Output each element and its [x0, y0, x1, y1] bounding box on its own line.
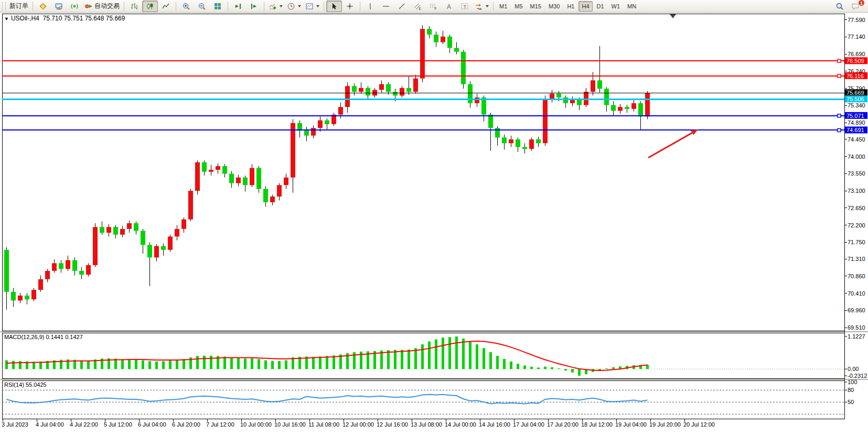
auto-trading-button[interactable]: 自动交易 — [82, 1, 122, 12]
horizontal-line-tool-button[interactable] — [378, 1, 394, 12]
candle-body — [209, 170, 213, 172]
candle-body — [59, 263, 63, 269]
macd-bar — [80, 361, 83, 369]
candle-body — [45, 271, 50, 279]
notifications-button[interactable]: 1 — [848, 1, 863, 12]
macd-splitter[interactable] — [0, 331, 868, 332]
tile-windows-button[interactable] — [210, 1, 226, 12]
chart-canvas[interactable]: 77.59077.14076.69076.24075.79075.34074.8… — [0, 0, 868, 436]
macd-bar — [271, 361, 274, 369]
candle-body — [420, 29, 425, 79]
macd-bar — [414, 348, 417, 369]
candle-body — [597, 80, 602, 89]
macd-bar — [496, 356, 499, 369]
timeframe-d1-button[interactable]: D1 — [594, 1, 607, 12]
rsi-splitter[interactable] — [0, 379, 868, 380]
macd-bar — [237, 358, 240, 369]
equidistant-channel-icon: E — [413, 2, 422, 10]
line-handle[interactable] — [838, 59, 841, 62]
macd-bar — [251, 358, 253, 369]
timeframe-w1-button[interactable]: W1 — [608, 1, 624, 12]
candle-body — [345, 86, 350, 107]
candlestick-mode-button[interactable] — [142, 1, 158, 12]
candle-body — [11, 292, 16, 301]
notification-badge: 1 — [858, 0, 865, 6]
candle-body — [270, 197, 275, 202]
indicators-button[interactable] — [266, 1, 285, 12]
macd-axis-label: 0.00 — [848, 366, 859, 372]
strategy-tester-button[interactable] — [51, 1, 67, 12]
new-order-button[interactable]: 新订单 — [7, 1, 30, 12]
candlestick-icon — [146, 2, 154, 10]
line-handle[interactable] — [838, 114, 841, 117]
toolbar-right-group: 1 — [832, 1, 866, 12]
trendline-icon — [398, 2, 406, 10]
timeframe-m5-button[interactable]: M5 — [511, 1, 526, 12]
line-handle[interactable] — [838, 74, 841, 78]
macd-bar — [401, 350, 403, 369]
channel-tool-button[interactable]: E — [410, 1, 425, 12]
time-axis[interactable]: 3 Jul 20234 Jul 04:004 Jul 22:005 Jul 12… — [2, 419, 715, 428]
timeframe-h1-button[interactable]: H1 — [564, 1, 577, 12]
candle-body — [366, 88, 370, 96]
timeframe-h4-button[interactable]: H4 — [578, 1, 592, 12]
candle-body — [66, 260, 70, 269]
price-tick-label: 77.140 — [848, 34, 865, 40]
candle-body — [556, 94, 561, 97]
auto-scroll-button[interactable] — [230, 1, 246, 12]
macd-bar — [537, 367, 540, 369]
timeframe-m1-button[interactable]: M1 — [496, 1, 510, 12]
macd-bar — [408, 350, 410, 369]
zoom-in-button[interactable] — [178, 1, 194, 12]
macd-bar — [142, 361, 144, 369]
timeframe-m30-button[interactable]: M30 — [545, 1, 563, 12]
timeframe-mn-button[interactable]: MN — [624, 1, 639, 12]
crosshair-tool-button[interactable] — [342, 1, 358, 12]
clock-icon — [287, 2, 295, 10]
text-tool-button[interactable]: A — [441, 1, 457, 12]
arrows-tool-button[interactable] — [473, 1, 491, 12]
line-chart-icon — [162, 2, 170, 10]
line-chart-mode-button[interactable] — [158, 1, 174, 12]
text-label-tool-button[interactable]: T — [457, 1, 473, 12]
bar-chart-mode-button[interactable] — [126, 1, 142, 12]
templates-button[interactable] — [303, 1, 322, 12]
macd-bar — [387, 350, 390, 369]
signals-button[interactable] — [67, 1, 82, 12]
candle-body — [611, 105, 616, 111]
price-tag-label: 75.071 — [846, 113, 864, 119]
macd-bar — [128, 359, 131, 369]
candle-body — [86, 265, 91, 275]
macd-bar — [121, 359, 124, 369]
candle-body — [406, 88, 411, 92]
candle-body — [522, 147, 527, 149]
separator — [228, 2, 228, 11]
time-tick-label: 5 Jul 12:00 — [104, 421, 132, 428]
candle-body — [263, 189, 268, 202]
macd-bar — [571, 369, 574, 373]
search-button[interactable] — [832, 1, 848, 12]
tile-windows-icon — [213, 2, 222, 10]
cursor-tool-button[interactable] — [326, 1, 342, 12]
macd-bar — [210, 356, 212, 369]
candle-body — [93, 227, 98, 265]
vertical-line-tool-button[interactable] — [362, 1, 378, 12]
fibonacci-tool-button[interactable]: F — [425, 1, 441, 12]
macd-bar — [5, 361, 8, 369]
macd-bar — [394, 350, 397, 369]
expert-advisor-icon — [55, 2, 63, 10]
metaeditor-button[interactable] — [35, 1, 51, 12]
arrows-shapes-icon — [475, 2, 483, 10]
toolbar-grip[interactable] — [2, 2, 6, 10]
candle-body — [468, 84, 473, 103]
auto-scroll-icon — [234, 2, 242, 10]
separator — [360, 2, 360, 11]
line-handle[interactable] — [838, 128, 841, 132]
zoom-out-button[interactable] — [194, 1, 210, 12]
chart-shift-button[interactable] — [246, 1, 262, 12]
trendline-tool-button[interactable] — [394, 1, 410, 12]
timeframe-m15-button[interactable]: M15 — [527, 1, 544, 12]
candle-body — [25, 296, 29, 299]
symbol-dropdown-icon[interactable]: ▼ — [4, 16, 9, 21]
periods-button[interactable] — [285, 1, 303, 12]
